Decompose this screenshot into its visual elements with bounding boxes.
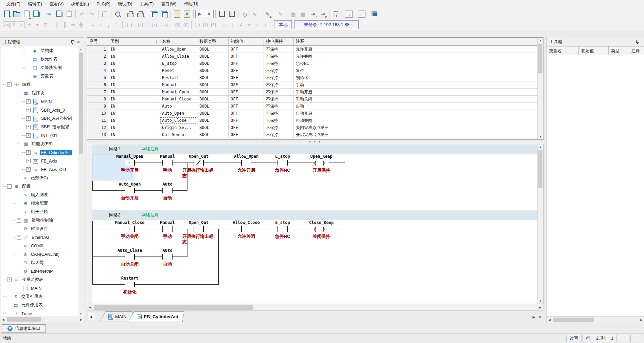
- rail-grid-tool[interactable]: ╬: [77, 21, 85, 28]
- expand-icon[interactable]: +: [26, 125, 31, 129]
- tree-item-com0[interactable]: ⌗COM0: [1, 242, 84, 250]
- line-corner-up-tool[interactable]: ┘: [113, 21, 121, 28]
- lad-mode-tool[interactable]: LAD: [3, 21, 10, 28]
- pin-icon[interactable]: [636, 40, 639, 44]
- cell[interactable]: OFF: [229, 110, 264, 117]
- column-header-1[interactable]: 类别▲▼: [108, 38, 160, 46]
- tab-scroll-right-icon[interactable]: ▶: [531, 315, 536, 320]
- contact-closed-tool[interactable]: -|/|-: [135, 21, 145, 28]
- coil-set-tool[interactable]: {S}: [174, 21, 181, 28]
- scroll-left-icon[interactable]: ◀: [547, 317, 552, 323]
- tree-item--[interactable]: -▦程序块: [1, 89, 84, 97]
- cell[interactable]: 开启完成出点感应: [294, 131, 538, 138]
- tile-windows-button[interactable]: →: [160, 9, 169, 18]
- tree-item--[interactable]: -≋变量监控表: [1, 275, 84, 284]
- scrollbar-thumb[interactable]: [538, 150, 542, 188]
- expand-icon[interactable]: +: [26, 159, 31, 163]
- table-vertical-scrollbar[interactable]: ▲ ▼: [537, 38, 543, 139]
- tree-item-ethercat[interactable]: +⇄EtherCAT: [1, 233, 84, 242]
- cell[interactable]: 10: [87, 110, 108, 117]
- logout-plc-button[interactable]: ←: [357, 9, 366, 18]
- scrollbar-thumb[interactable]: [553, 318, 594, 322]
- save-all-button[interactable]: [32, 9, 41, 18]
- tree-item-trace[interactable]: ◔Trace: [1, 309, 84, 316]
- delete-line-tool[interactable]: ≠: [237, 21, 245, 28]
- cell[interactable]: 不保持: [264, 67, 294, 74]
- cell[interactable]: IN: [108, 53, 160, 60]
- table-ladder-splitter[interactable]: ● ● ●: [87, 140, 543, 144]
- scrollbar-thumb[interactable]: [7, 317, 41, 322]
- cell[interactable]: 不保持: [264, 74, 294, 81]
- cell[interactable]: BOOL: [197, 81, 229, 89]
- append-row-tool[interactable]: ▽: [42, 21, 49, 28]
- cell[interactable]: OFF: [229, 103, 264, 110]
- toolbox-list[interactable]: [547, 55, 644, 317]
- network-comment[interactable]: 网络注释: [141, 146, 159, 152]
- contact-rising-tool[interactable]: -|↑|-: [149, 21, 159, 28]
- tree-item--[interactable]: ◉变量表: [1, 72, 84, 80]
- menu-help[interactable]: 帮助(H): [180, 0, 202, 8]
- cell[interactable]: IN: [108, 60, 160, 67]
- cell[interactable]: BOOL: [197, 46, 229, 53]
- cell[interactable]: Manual_Open: [160, 89, 197, 96]
- column-header-4[interactable]: 初始值: [229, 38, 264, 46]
- cell[interactable]: 7: [87, 89, 108, 96]
- column-header-2[interactable]: 名称: [160, 38, 197, 46]
- sfc-step-initial-tool[interactable]: S: [12, 22, 16, 27]
- cell[interactable]: Reset: [160, 67, 197, 74]
- tab-scroll-left-icon[interactable]: ◀: [88, 313, 94, 321]
- tree-item-fb_cylinderact[interactable]: +FBFB_CylinderAct: [1, 148, 84, 157]
- cell[interactable]: IN: [108, 81, 160, 89]
- cell[interactable]: IN: [108, 103, 160, 110]
- ladder-vertical-scrollbar[interactable]: ▲ ▼: [537, 144, 543, 304]
- cell[interactable]: 不保持: [264, 117, 294, 124]
- scroll-down-icon[interactable]: ▼: [78, 311, 84, 316]
- scroll-right-icon[interactable]: ▶: [78, 317, 84, 322]
- scroll-down-icon[interactable]: ▼: [538, 298, 543, 304]
- expand-icon[interactable]: +: [26, 133, 31, 138]
- cell[interactable]: IN: [108, 110, 160, 117]
- scrollbar-thumb[interactable]: [538, 44, 542, 73]
- cell[interactable]: BOOL: [197, 53, 229, 60]
- delete-button[interactable]: [100, 9, 109, 18]
- cell[interactable]: IN: [108, 96, 160, 103]
- cell[interactable]: Auto: [160, 103, 197, 110]
- login-plc-button[interactable]: →: [344, 9, 353, 18]
- write-mode-button[interactable]: ✎▶: [263, 9, 272, 18]
- doc-tab-fb_cylinderact[interactable]: FBFB_CylinderAct: [128, 311, 184, 322]
- cell[interactable]: 11: [87, 117, 108, 124]
- cell[interactable]: IN: [108, 131, 160, 138]
- tree-item--fc-[interactable]: ≡函数(FC): [1, 174, 84, 182]
- cell[interactable]: 8: [87, 96, 108, 103]
- move-down-tool[interactable]: ↓: [262, 21, 269, 28]
- expand-icon[interactable]: +: [26, 108, 31, 112]
- cell[interactable]: OFF: [229, 81, 264, 89]
- cell[interactable]: Allow_Close: [160, 53, 197, 60]
- menu-tools[interactable]: 工具(T): [136, 0, 157, 8]
- collapse-icon[interactable]: -: [17, 91, 21, 95]
- cell[interactable]: 允许关闭: [294, 53, 538, 60]
- save-button[interactable]: ▂: [22, 9, 31, 18]
- upload-button[interactable]: ↑: [227, 9, 236, 18]
- toolbox-column-0[interactable]: 变量名: [547, 46, 579, 55]
- cell[interactable]: BOOL: [197, 89, 229, 96]
- tree-item--[interactable]: ◫功能块实例: [1, 63, 84, 72]
- rail-cross-tool[interactable]: ╪: [69, 21, 77, 28]
- line-right-tool[interactable]: →: [89, 21, 96, 28]
- collapse-icon[interactable]: -: [7, 278, 12, 282]
- cell[interactable]: 3: [87, 60, 108, 67]
- contact-open-tool[interactable]: -| |-: [124, 21, 135, 28]
- compile-all-button[interactable]: ⇊: [182, 9, 192, 18]
- cell[interactable]: IN: [108, 74, 160, 81]
- cell[interactable]: 不保持: [264, 89, 294, 96]
- tree-item-main[interactable]: +MMAIN: [1, 97, 84, 106]
- edit-mode-button[interactable]: ✎: [276, 9, 285, 18]
- expand-icon[interactable]: +: [26, 116, 31, 121]
- tree-item--[interactable]: ⚙轴组设置: [1, 225, 84, 233]
- scroll-right-icon[interactable]: ▶: [638, 317, 644, 323]
- toolbox-horizontal-scrollbar[interactable]: ◀ ▶: [547, 316, 644, 323]
- coil-func-tool[interactable]: {F}: [210, 21, 217, 28]
- monitor-button[interactable]: ◷: [240, 9, 249, 18]
- cell[interactable]: Restart: [160, 74, 197, 81]
- cell[interactable]: 允许开启: [294, 46, 538, 53]
